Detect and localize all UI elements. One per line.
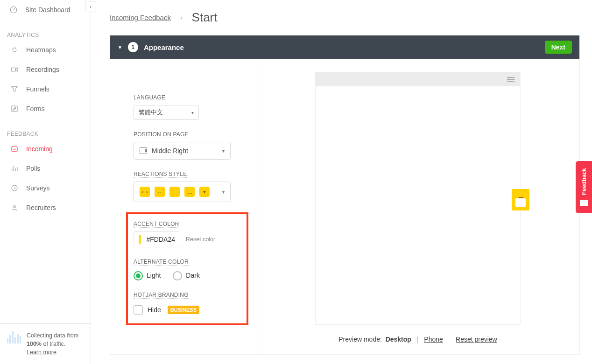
reset-preview-link[interactable]: Reset preview — [456, 336, 497, 343]
learn-more-link[interactable]: Learn more — [27, 349, 56, 356]
svg-rect-2 — [12, 106, 17, 112]
wizard-step-header[interactable]: ▼ 1 Appearance Next — [110, 35, 579, 59]
color-swatch — [139, 235, 141, 244]
collapse-sidebar-button[interactable]: ‹ — [85, 1, 96, 12]
next-button[interactable]: Next — [545, 41, 572, 54]
accent-color-input[interactable]: #FDDA24 — [134, 231, 180, 247]
speech-bubble-icon — [515, 198, 526, 207]
sidebar-item-label: Site Dashboard — [25, 6, 70, 14]
business-badge: BUSINESS — [168, 306, 199, 314]
sidebar-item-label: Surveys — [26, 184, 50, 192]
position-label: POSITION ON PAGE — [134, 131, 189, 138]
preview-footer: Preview mode: Desktop | Phone Reset prev… — [256, 328, 579, 354]
preview-mode-label: Preview mode: — [338, 336, 382, 343]
preview-mode-phone[interactable]: Phone — [424, 336, 443, 343]
sidebar-item-label: Recruiters — [26, 204, 56, 211]
svg-rect-1 — [11, 68, 15, 71]
sidebar-item-funnels[interactable]: Funnels — [0, 79, 91, 99]
layout-icon — [140, 147, 147, 154]
reactions-select[interactable]: ＞＜ ︵ ‥ ‿ ♥ ▾ — [134, 182, 231, 202]
svg-rect-3 — [12, 147, 17, 152]
highlighted-section: ACCENT COLOR #FDDA24 Reset color ALTERNA… — [126, 212, 248, 325]
alt-color-dark[interactable]: Dark — [173, 271, 200, 280]
sidebar: ‹ Site Dashboard ANALYTICS Heatmaps Reco… — [0, 0, 91, 364]
sidebar-item-recordings[interactable]: Recordings — [0, 60, 91, 79]
breadcrumb-back[interactable]: Incoming Feedback — [110, 14, 171, 21]
svg-point-7 — [14, 206, 16, 208]
alt-dark-label: Dark — [186, 272, 200, 279]
emoji-sad-icon: ︵ — [155, 187, 165, 197]
smile-box-icon — [10, 145, 19, 153]
position-value: Middle Right — [152, 147, 188, 154]
reset-color-link[interactable]: Reset color — [186, 236, 215, 243]
svg-point-5 — [15, 148, 15, 149]
step-title: Appearance — [144, 43, 539, 51]
alt-light-label: Light — [147, 272, 161, 279]
speech-bubble-icon — [580, 200, 588, 206]
accent-color-label: ACCENT COLOR — [134, 221, 179, 228]
sidebar-item-label: Polls — [26, 165, 40, 172]
emoji-angry-icon: ＞＜ — [140, 187, 150, 197]
video-icon — [10, 65, 19, 74]
emoji-happy-icon: ‿ — [184, 187, 195, 197]
emoji-neutral-icon: ‥ — [169, 187, 180, 197]
radio-on-icon — [134, 271, 143, 280]
nav-group-feedback: FEEDBACK — [0, 119, 91, 139]
sidebar-item-dashboard[interactable]: Site Dashboard — [0, 0, 91, 20]
alternate-color-label: ALTERNATE COLOR — [134, 259, 189, 266]
collector-line1: Collecting data from — [27, 332, 78, 339]
sidebar-item-polls[interactable]: Polls — [0, 159, 91, 178]
sidebar-item-label: Recordings — [26, 66, 59, 73]
step-number: 1 — [128, 42, 138, 52]
page-title: Start — [192, 10, 218, 25]
accent-color-value: #FDDA24 — [147, 236, 175, 243]
alt-color-light[interactable]: Light — [134, 271, 161, 280]
collector-line2: of traffic. — [42, 341, 65, 347]
widget-label: 回饋 — [517, 193, 525, 195]
collector-pct: 100% — [27, 341, 42, 347]
collector-status: Collecting data from 100% of traffic. Le… — [0, 323, 91, 364]
language-value: 繁體中文 — [139, 108, 163, 117]
language-select[interactable]: 繁體中文 ▾ — [134, 105, 199, 120]
sidebar-item-label: Incoming — [26, 145, 53, 153]
hamburger-icon — [507, 76, 514, 83]
main: Incoming Feedback › Start ▼ 1 Appearance… — [91, 0, 592, 364]
chevron-down-icon: ▾ — [222, 189, 225, 195]
gauge-icon — [9, 6, 18, 14]
position-select[interactable]: Middle Right ▾ — [134, 142, 231, 160]
clock-icon — [10, 184, 19, 192]
pencil-square-icon — [10, 105, 19, 113]
chevron-down-icon: ▾ — [191, 110, 194, 115]
sidebar-item-surveys[interactable]: Surveys — [0, 178, 91, 198]
reactions-label: REACTIONS STYLE — [134, 171, 187, 178]
preview-mode-desktop[interactable]: Desktop — [386, 336, 411, 343]
funnel-icon — [10, 85, 19, 93]
collapse-icon: ▼ — [118, 45, 122, 50]
bar-chart-icon — [10, 164, 19, 173]
breadcrumb: Incoming Feedback › Start — [110, 6, 580, 25]
language-label: LANGUAGE — [134, 94, 165, 101]
hide-label: Hide — [148, 306, 161, 314]
wizard: ▼ 1 Appearance Next LANGUAGE 繁體中文 ▾ — [110, 35, 580, 355]
chevron-down-icon: ▾ — [222, 148, 225, 154]
checkbox-icon — [134, 305, 143, 315]
feedback-widget-preview[interactable]: 回饋 — [512, 189, 529, 210]
hide-branding-checkbox[interactable]: Hide BUSINESS — [134, 305, 199, 315]
sidebar-item-label: Forms — [26, 105, 45, 112]
feedback-side-tab[interactable]: Feedback — [576, 161, 592, 213]
feedback-tab-label: Feedback — [581, 168, 587, 195]
sidebar-item-label: Heatmaps — [26, 46, 56, 54]
chevron-right-icon: › — [180, 14, 183, 21]
sidebar-item-forms[interactable]: Forms — [0, 99, 91, 119]
sidebar-item-label: Funnels — [26, 85, 49, 93]
emoji-love-icon: ♥ — [199, 187, 210, 197]
bars-icon — [7, 331, 21, 343]
preview-window: 回饋 — [315, 72, 521, 325]
branding-label: HOTJAR BRANDING — [134, 292, 189, 299]
sidebar-item-heatmaps[interactable]: Heatmaps — [0, 40, 91, 60]
radio-off-icon — [173, 271, 182, 280]
nav-group-analytics: ANALYTICS — [0, 20, 91, 40]
appearance-form: LANGUAGE 繁體中文 ▾ POSITION ON PAGE Middle … — [110, 59, 256, 354]
sidebar-item-incoming[interactable]: Incoming — [0, 139, 91, 159]
sidebar-item-recruiters[interactable]: Recruiters — [0, 198, 91, 217]
